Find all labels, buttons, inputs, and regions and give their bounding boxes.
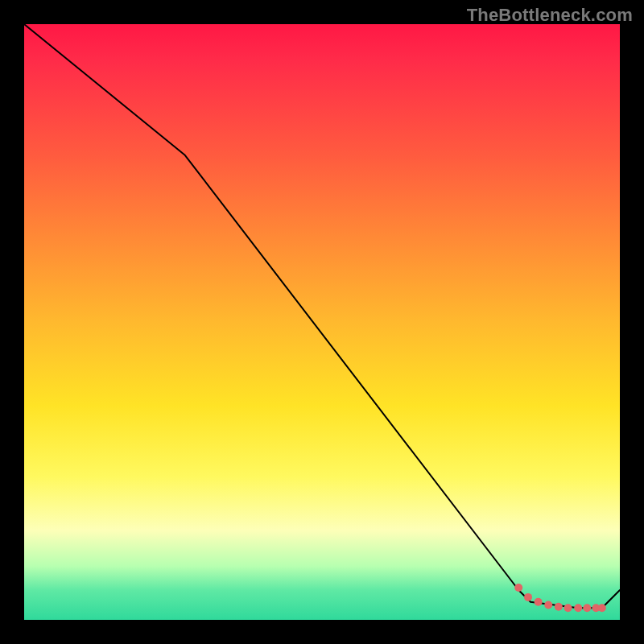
marker-dot (514, 584, 522, 592)
chart-stage: TheBottleneck.com (0, 0, 644, 644)
marker-dot (583, 604, 591, 612)
watermark-text: TheBottleneck.com (467, 5, 633, 26)
marker-dot (544, 601, 552, 609)
marker-dot (524, 593, 532, 601)
marker-dot (574, 604, 582, 612)
marker-dot (535, 598, 543, 606)
chart-overlay (24, 24, 620, 620)
marker-dot (598, 604, 606, 612)
flat-region-dots (514, 584, 606, 612)
marker-dot (564, 604, 572, 612)
curve-line (24, 24, 620, 608)
marker-dot (555, 603, 563, 611)
